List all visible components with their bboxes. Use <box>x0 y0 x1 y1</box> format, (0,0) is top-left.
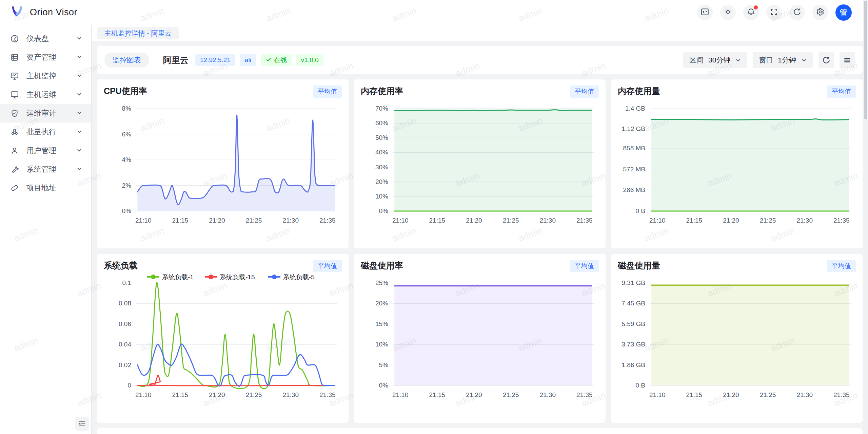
window-select[interactable]: 窗口 1分钟 <box>753 52 813 68</box>
average-badge[interactable]: 平均值 <box>313 260 342 272</box>
chevron-down-icon <box>76 72 82 80</box>
svg-text:21:35: 21:35 <box>576 391 593 398</box>
scrollbar-thumb[interactable] <box>864 1 867 119</box>
range-select[interactable]: 区间 30分钟 <box>683 52 747 68</box>
fullscreen-icon <box>770 8 778 17</box>
notifications-bell-button[interactable] <box>743 5 759 20</box>
svg-text:0.04: 0.04 <box>119 341 131 348</box>
chart-plot[interactable]: 0%2%4%6%8%21:1021:1521:2021:2521:3021:35 <box>104 98 342 233</box>
svg-text:15%: 15% <box>375 320 388 327</box>
theme-sun-button[interactable] <box>720 5 736 20</box>
sidebar-item-系统管理[interactable]: 系统管理 <box>0 160 91 178</box>
svg-text:21:10: 21:10 <box>649 217 666 224</box>
svg-text:30%: 30% <box>375 164 388 171</box>
chart-title: 内存使用量 <box>618 86 660 97</box>
sidebar-item-label: 运维审计 <box>26 108 76 118</box>
svg-text:9.31 GB: 9.31 GB <box>622 279 645 286</box>
refresh-charts-button[interactable] <box>818 52 834 68</box>
svg-text:21:25: 21:25 <box>760 391 776 398</box>
svg-text:21:35: 21:35 <box>319 217 336 224</box>
svg-text:21:20: 21:20 <box>723 391 739 398</box>
tab-monitor-charts[interactable]: 监控图表 <box>104 53 149 68</box>
breadcrumb[interactable]: 主机监控详情 - 阿里云 <box>97 27 179 39</box>
code-button[interactable] <box>697 5 713 20</box>
system-wrench-icon <box>10 164 20 174</box>
sidebar-item-主机监控[interactable]: 主机监控 <box>0 67 91 85</box>
svg-text:21:30: 21:30 <box>796 217 813 224</box>
menu-icon <box>843 56 852 64</box>
svg-text:21:35: 21:35 <box>576 217 593 224</box>
svg-text:21:10: 21:10 <box>649 391 666 398</box>
sidebar: 仪表盘资产管理主机监控主机运维运维审计批量执行用户管理系统管理项目地址 <box>0 25 92 434</box>
svg-text:21:25: 21:25 <box>246 391 262 398</box>
legend-item[interactable]: 系统负载-1 <box>147 273 194 281</box>
range-select-label: 区间 <box>689 55 704 65</box>
svg-text:0%: 0% <box>122 207 132 214</box>
svg-text:2%: 2% <box>122 182 132 189</box>
chevron-down-icon <box>76 166 82 173</box>
chart-title: 磁盘使用率 <box>361 260 403 271</box>
svg-text:21:15: 21:15 <box>686 391 703 398</box>
host-ops-icon <box>10 90 20 100</box>
sidebar-item-批量执行[interactable]: 批量执行 <box>0 122 91 141</box>
chart-title: CPU使用率 <box>104 86 147 97</box>
svg-text:系统负载-15: 系统负载-15 <box>220 273 255 281</box>
chevron-down-icon <box>76 35 82 42</box>
sidebar-item-label: 用户管理 <box>26 146 76 156</box>
user-avatar[interactable]: 管 <box>835 4 852 21</box>
sidebar-item-label: 系统管理 <box>26 164 76 174</box>
sidebar-item-仪表盘[interactable]: 仪表盘 <box>0 29 91 48</box>
app-title: Orion Visor <box>30 7 77 18</box>
sidebar-item-运维审计[interactable]: 运维审计 <box>0 104 91 122</box>
legend-item[interactable]: 系统负载-5 <box>268 273 315 281</box>
svg-text:21:30: 21:30 <box>796 391 813 398</box>
check-icon <box>265 56 272 64</box>
svg-text:858 MB: 858 MB <box>623 145 645 152</box>
chart-card-CPU使用率: CPU使用率平均值0%2%4%6%8%21:1021:1521:2021:252… <box>97 79 349 248</box>
chart-layout-menu-button[interactable] <box>840 52 855 68</box>
svg-text:10%: 10% <box>375 193 388 200</box>
chart-plot[interactable]: 0 B286 MB572 MB858 MB1.12 GB1.4 GB21:102… <box>618 98 856 233</box>
sidebar-item-用户管理[interactable]: 用户管理 <box>0 141 91 160</box>
sidebar-item-资产管理[interactable]: 资产管理 <box>0 48 91 67</box>
sidebar-item-项目地址[interactable]: 项目地址 <box>0 178 91 197</box>
svg-text:21:35: 21:35 <box>319 391 336 398</box>
chevron-down-icon <box>801 57 807 63</box>
svg-text:21:25: 21:25 <box>246 217 262 224</box>
average-badge[interactable]: 平均值 <box>313 86 342 98</box>
svg-text:1.4 GB: 1.4 GB <box>625 105 645 112</box>
refresh-icon <box>822 56 831 64</box>
divider <box>156 55 156 65</box>
chart-card-内存使用量: 内存使用量平均值0 B286 MB572 MB858 MB1.12 GB1.4 … <box>611 79 863 248</box>
svg-text:0.02: 0.02 <box>119 361 131 369</box>
average-badge[interactable]: 平均值 <box>570 86 599 98</box>
chevron-down-icon <box>76 147 82 154</box>
chart-plot[interactable]: 00.020.040.060.080.121:1021:1521:2021:25… <box>104 273 342 408</box>
average-badge[interactable]: 平均值 <box>827 260 856 272</box>
vertical-scrollbar[interactable] <box>863 0 868 434</box>
chart-plot[interactable]: 0%5%10%15%20%25%21:1021:1521:2021:2521:3… <box>361 273 599 408</box>
sidebar-collapse-button[interactable] <box>75 417 89 431</box>
refresh-icon <box>793 7 802 18</box>
navbar-actions: 管 <box>697 4 852 21</box>
fullscreen-button[interactable] <box>766 5 782 20</box>
sidebar-item-主机运维[interactable]: 主机运维 <box>0 85 91 104</box>
legend-item[interactable]: 系统负载-15 <box>205 273 255 281</box>
chart-card-内存使用率: 内存使用率平均值0%10%20%30%40%50%60%70%21:1021:1… <box>354 79 606 248</box>
chart-plot[interactable]: 0%10%20%30%40%50%60%70%21:1021:1521:2021… <box>361 98 599 233</box>
settings-gear-button[interactable] <box>812 5 828 20</box>
svg-text:7.45 GB: 7.45 GB <box>622 300 645 307</box>
refresh-button[interactable] <box>789 5 805 20</box>
chart-card-磁盘使用量: 磁盘使用量平均值0 B1.86 GB3.73 GB5.59 GB7.45 GB9… <box>611 254 863 423</box>
app-logo <box>9 5 25 20</box>
next-row-card-stub <box>97 428 863 434</box>
notification-dot <box>754 5 758 10</box>
average-badge[interactable]: 平均值 <box>827 86 856 98</box>
chart-plot[interactable]: 0 B1.86 GB3.73 GB5.59 GB7.45 GB9.31 GB21… <box>618 273 856 408</box>
svg-text:1.12 GB: 1.12 GB <box>622 125 645 132</box>
chevron-down-icon <box>76 91 82 98</box>
svg-text:60%: 60% <box>375 119 388 127</box>
svg-text:70%: 70% <box>375 105 388 112</box>
average-badge[interactable]: 平均值 <box>570 260 599 272</box>
svg-text:21:35: 21:35 <box>833 391 850 398</box>
